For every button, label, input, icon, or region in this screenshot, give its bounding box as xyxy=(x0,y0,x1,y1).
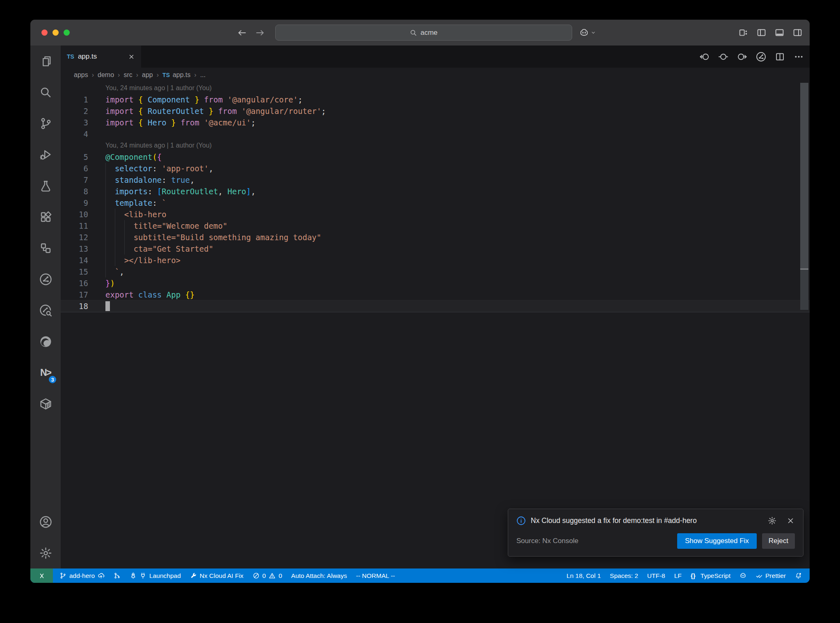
search-icon xyxy=(39,86,52,99)
close-window-button[interactable] xyxy=(41,30,48,36)
code-line-9[interactable]: 9 template: ` xyxy=(61,197,810,209)
activity-item-nx-project-graph[interactable] xyxy=(30,264,61,295)
nx-run-target-button[interactable] xyxy=(756,52,766,62)
indent-guide xyxy=(105,186,106,197)
activity-item-testing[interactable] xyxy=(30,170,61,201)
breadcrumb-file-label: app.ts xyxy=(173,71,191,79)
code-line-11[interactable]: 11 title="Welcmoe demo" xyxy=(61,220,810,232)
code-line-7[interactable]: 7 standalone: true, xyxy=(61,174,810,186)
more-actions-button[interactable] xyxy=(794,52,804,62)
copilot-menu-button[interactable] xyxy=(579,20,596,45)
code-line-8[interactable]: 8 imports: [RouterOutlet, Hero], xyxy=(61,186,810,197)
activity-item-containers[interactable] xyxy=(30,388,61,419)
indent-guide xyxy=(105,209,106,220)
breadcrumb-item-demo[interactable]: demo xyxy=(98,71,114,79)
activity-item-project-hierarchy[interactable] xyxy=(30,232,61,264)
code-editor[interactable]: You, 24 minutes ago | 1 author (You)1imp… xyxy=(61,82,810,568)
launchpad-status[interactable]: Launchpad xyxy=(125,568,185,583)
history-forward-button[interactable] xyxy=(255,20,265,45)
code-line-3[interactable]: 3import { Hero } from '@acme/ui'; xyxy=(61,117,810,128)
code-line-5[interactable]: 5@Component({ xyxy=(61,151,810,163)
activity-item-search[interactable] xyxy=(30,77,61,108)
notification-close-icon[interactable] xyxy=(786,516,795,525)
code-line-12[interactable]: 12 subtitle="Build something amazing tod… xyxy=(61,232,810,243)
activity-item-extensions[interactable] xyxy=(30,201,61,232)
notification-settings-gear-icon[interactable] xyxy=(768,516,776,525)
activity-item-accounts[interactable] xyxy=(30,506,61,537)
activity-item-nx-graph-search[interactable] xyxy=(30,295,61,326)
code-line-13[interactable]: 13 cta="Get Started" xyxy=(61,243,810,255)
command-center-search[interactable]: acme xyxy=(275,25,572,41)
breadcrumb-symbol-tail[interactable]: ... xyxy=(200,71,205,79)
copilot-status[interactable] xyxy=(735,568,751,583)
code-line-16[interactable]: 16}) xyxy=(61,277,810,289)
line-number: 4 xyxy=(61,128,105,140)
code-line-6[interactable]: 6 selector: 'app-root', xyxy=(61,163,810,174)
nav-back-button[interactable] xyxy=(699,52,710,62)
git-graph-status[interactable] xyxy=(109,568,125,583)
activity-item-run-and-debug[interactable] xyxy=(30,139,61,170)
code-line-2[interactable]: 2import { RouterOutlet } from '@angular/… xyxy=(61,105,810,117)
typescript-file-icon: TS xyxy=(67,53,74,60)
remote-indicator[interactable] xyxy=(30,568,53,583)
vim-mode-status[interactable]: -- NORMAL -- xyxy=(352,568,399,583)
typescript-file-icon: TS xyxy=(162,72,170,78)
cursor-position-status[interactable]: Ln 18, Col 1 xyxy=(562,568,605,583)
code-line-14[interactable]: 14 ></lib-hero> xyxy=(61,255,810,266)
activity-item-edge-browser[interactable] xyxy=(30,326,61,357)
language-status[interactable]: {}TypeScript xyxy=(686,568,735,583)
breadcrumb-separator: › xyxy=(157,71,159,79)
notification-count-badge: 3 xyxy=(48,375,57,384)
activity-item-nx-console[interactable]: N>3 xyxy=(30,357,61,388)
breadcrumb-item-app[interactable]: app xyxy=(142,71,153,79)
history-back-button[interactable] xyxy=(237,20,247,45)
activity-item-settings[interactable] xyxy=(30,537,61,568)
eol-status[interactable]: LF xyxy=(670,568,686,583)
reject-button[interactable]: Reject xyxy=(762,533,795,549)
line-number: 13 xyxy=(61,243,105,255)
status-label: Ln 18, Col 1 xyxy=(566,572,601,580)
line-number: 18 xyxy=(61,300,105,312)
editor-scrollbar[interactable] xyxy=(800,83,808,310)
problems-status[interactable]: 00 xyxy=(248,568,287,583)
breadcrumb-item-apps[interactable]: apps xyxy=(74,71,88,79)
edge-icon xyxy=(39,335,52,348)
circle-graph-search-icon xyxy=(39,304,52,317)
zoom-window-button[interactable] xyxy=(64,30,70,36)
close-tab-icon[interactable] xyxy=(128,53,135,60)
breadcrumb-file[interactable]: TSapp.ts xyxy=(162,71,190,79)
code-line-10[interactable]: 10 <lib-hero xyxy=(61,209,810,220)
split-editor-button[interactable] xyxy=(775,52,785,62)
breadcrumb-item-src[interactable]: src xyxy=(123,71,132,79)
code-line-1[interactable]: 1import { Component } from '@angular/cor… xyxy=(61,94,810,105)
formatter-status[interactable]: Prettier xyxy=(751,568,790,583)
git-branch-status[interactable]: add-hero xyxy=(55,568,109,583)
customize-layout-button[interactable] xyxy=(738,27,749,38)
code-line-15[interactable]: 15 `, xyxy=(61,266,810,277)
indentation-status[interactable]: Spaces: 2 xyxy=(605,568,643,583)
auto-attach-status[interactable]: Auto Attach: Always xyxy=(287,568,352,583)
nav-current-button[interactable] xyxy=(718,52,728,62)
search-value: acme xyxy=(420,29,438,37)
nx-cloud-ai-fix-status[interactable]: Nx Cloud AI Fix xyxy=(185,568,248,583)
toggle-secondary-sidebar-button[interactable] xyxy=(792,27,803,38)
scrollbar-thumb[interactable] xyxy=(800,83,808,268)
show-suggested-fix-button[interactable]: Show Suggested Fix xyxy=(677,533,757,549)
code-line-17[interactable]: 17export class App {} xyxy=(61,289,810,300)
line-number: 12 xyxy=(61,232,105,243)
remote-icon xyxy=(38,572,46,580)
encoding-status[interactable]: UTF-8 xyxy=(643,568,670,583)
toggle-primary-sidebar-button[interactable] xyxy=(756,27,767,38)
toggle-panel-button[interactable] xyxy=(774,27,785,38)
code-line-18[interactable]: 18 xyxy=(61,300,810,312)
nav-forward-button[interactable] xyxy=(737,52,747,62)
code-line-4[interactable]: 4 xyxy=(61,128,810,140)
line-number: 2 xyxy=(61,105,105,117)
activity-item-source-control[interactable] xyxy=(30,108,61,139)
bell-dot-icon xyxy=(795,572,802,579)
notifications-bell[interactable] xyxy=(790,568,806,583)
wrench-icon xyxy=(190,572,197,579)
tab-app-ts[interactable]: TS app.ts xyxy=(61,45,141,68)
minimize-window-button[interactable] xyxy=(52,30,59,36)
activity-item-explorer[interactable] xyxy=(30,45,61,77)
